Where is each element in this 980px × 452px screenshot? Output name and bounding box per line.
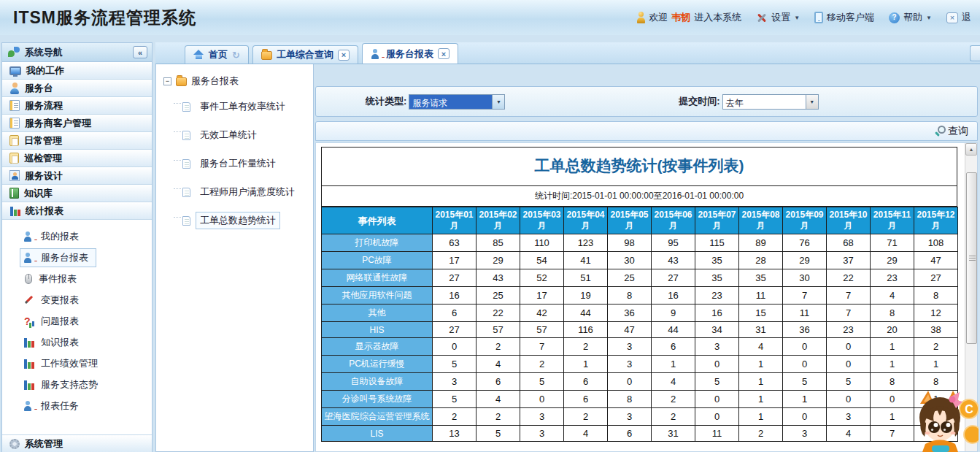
vertical-scrollbar[interactable]: ▲	[965, 143, 977, 451]
username: 韦韧	[671, 11, 690, 24]
logout-menu[interactable]: × 退	[946, 11, 971, 24]
topbar-menu: 欢迎 韦韧 进入本系统 设置 ▼ 移动客户端 帮助 ▼ × 退	[636, 11, 971, 24]
sidebar-item[interactable]: 日常管理	[2, 132, 152, 150]
value-cell: 63	[433, 234, 477, 252]
value-cell: 71	[871, 234, 914, 252]
value-cell: 3	[695, 338, 739, 356]
sidebar-subitem[interactable]: 服务支持态势	[2, 374, 152, 395]
submit-time-value: 去年	[723, 95, 806, 109]
value-cell: 54	[520, 252, 564, 269]
sidebar-item[interactable]: 服务台	[2, 80, 152, 97]
sidebar-subitem[interactable]: 我的报表	[2, 226, 152, 247]
tab-label: 服务台报表	[386, 47, 433, 61]
sidebar-subitem[interactable]: 事件报表	[2, 268, 152, 289]
sidebar-item[interactable]: 知识库	[2, 185, 152, 202]
value-cell: 1	[783, 391, 827, 408]
row-label-cell: LIS	[322, 426, 433, 442]
statistic-type-label: 统计类型:	[366, 95, 406, 108]
query-button-label: 查询	[948, 125, 968, 138]
sidebar-subitem[interactable]: 报表任务	[2, 395, 152, 416]
sidebar-subitem[interactable]: 服务台报表	[2, 247, 152, 268]
value-cell: 44	[652, 322, 695, 338]
sidebar-item-system-admin[interactable]: 系统管理	[2, 435, 152, 452]
tree-root-node[interactable]: − 服务台报表	[163, 74, 313, 88]
table-month-header: 2015年10月	[827, 207, 871, 234]
value-cell: 1	[871, 356, 914, 373]
settings-menu[interactable]: 设置 ▼	[756, 11, 800, 24]
sidebar-subitem[interactable]: 变更报表	[2, 289, 152, 310]
sidebar-subitem[interactable]: 知识报表	[2, 332, 152, 353]
navigation-icon	[8, 47, 20, 58]
submit-time-select[interactable]: 去年 ▼	[722, 94, 819, 110]
value-cell: 5	[783, 373, 827, 391]
value-cell: 23	[871, 269, 914, 287]
tree-item[interactable]: 工程师用户满意度统计	[182, 183, 313, 201]
value-cell: 27	[652, 269, 695, 287]
tree-item[interactable]: 服务台工作量统计	[182, 155, 313, 172]
tab-overflow-button[interactable]	[970, 45, 980, 61]
scrollbar-thumb[interactable]	[966, 172, 977, 344]
value-cell: 35	[695, 269, 739, 287]
sidebar-subitem[interactable]: 工作绩效管理	[2, 353, 152, 374]
value-cell: 110	[520, 234, 564, 252]
sidebar-item[interactable]: 服务商客户管理	[2, 115, 152, 132]
tree-item[interactable]: 无效工单统计	[182, 126, 313, 144]
tab-close-icon[interactable]: ×	[438, 48, 450, 59]
main-layout: 系统导航 « 我的工作服务台服务流程服务商客户管理日常管理巡检管理服务设计知识库…	[0, 35, 980, 452]
statistic-type-select[interactable]: 服务请求 ▼	[409, 94, 505, 110]
value-cell: 0	[871, 391, 914, 408]
mobile-client-menu[interactable]: 移动客户端	[814, 11, 874, 24]
sidebar-item[interactable]: 巡检管理	[2, 150, 152, 167]
submit-time-label: 提交时间:	[679, 95, 719, 108]
tree-item[interactable]: 事件工单有效率统计	[182, 98, 313, 115]
sidebar-item[interactable]: 服务流程	[2, 97, 152, 115]
sidebar-collapse-button[interactable]: «	[133, 46, 147, 58]
table-row: 望海医院综合运营管理系统22323201031	[322, 408, 958, 426]
tree-item[interactable]: 工单总数趋势统计	[182, 212, 313, 229]
top-banner: ITSM服务流程管理系统 欢迎 韦韧 进入本系统 设置 ▼ 移动客户端 帮助 ▼…	[0, 0, 980, 35]
tab-close-icon[interactable]: ×	[338, 50, 350, 61]
sidebar-item-label: 日常管理	[24, 134, 62, 148]
value-cell: 0	[695, 391, 739, 408]
chevron-down-icon[interactable]: ▼	[492, 95, 504, 109]
row-label-cell: 自助设备故障	[322, 373, 433, 391]
value-cell: 35	[739, 269, 783, 287]
value-cell: 7	[871, 426, 914, 442]
value-cell: 12	[914, 304, 958, 322]
table-month-header: 2015年11月	[871, 207, 914, 234]
value-cell: 28	[739, 252, 783, 269]
value-cell: 47	[914, 252, 958, 269]
tab-active[interactable]: 服务台报表×	[362, 43, 458, 64]
value-cell: 8	[914, 287, 958, 304]
value-cell: 3	[827, 408, 871, 426]
value-cell: 95	[652, 234, 695, 252]
tree-item-label: 事件工单有效率统计	[196, 98, 290, 115]
sidebar-subitem-label: 工作绩效管理	[41, 357, 98, 370]
sidebar-item[interactable]: 服务设计	[2, 167, 152, 185]
sidebar-header: 系统导航 «	[2, 43, 152, 62]
sidebar-item[interactable]: 统计报表	[2, 202, 152, 220]
refresh-icon[interactable]: ↻	[232, 50, 240, 61]
table-row: 打印机故障6385110123989511589766871108	[322, 234, 958, 252]
tree-collapse-icon[interactable]: −	[163, 77, 171, 85]
value-cell: 7	[520, 338, 564, 356]
tab-item[interactable]: 首页↻	[185, 45, 249, 64]
sidebar-subitem[interactable]: 问题报表	[2, 310, 152, 332]
form-icon	[9, 100, 20, 111]
value-cell: 44	[564, 304, 608, 322]
value-cell: 0	[695, 408, 739, 426]
sidebar-item[interactable]: 我的工作	[2, 62, 152, 80]
tab-item[interactable]: 工单综合查询×	[252, 45, 358, 64]
chevron-down-icon[interactable]: ▼	[806, 95, 818, 109]
help-menu[interactable]: 帮助 ▼	[889, 11, 932, 24]
value-cell: 23	[695, 287, 739, 304]
report-title: 工单总数趋势统计(按事件列表)	[321, 147, 957, 185]
query-button[interactable]: 查询	[934, 125, 968, 138]
value-cell: 15	[739, 304, 783, 322]
question-icon	[23, 315, 34, 327]
scroll-up-button[interactable]: ▲	[965, 143, 977, 156]
row-label-cell: 显示器故障	[322, 338, 433, 356]
value-cell: 4	[564, 426, 608, 442]
table-row: 其他应用软件问题1625171981623117748	[322, 287, 958, 304]
value-cell: 6	[433, 304, 477, 322]
